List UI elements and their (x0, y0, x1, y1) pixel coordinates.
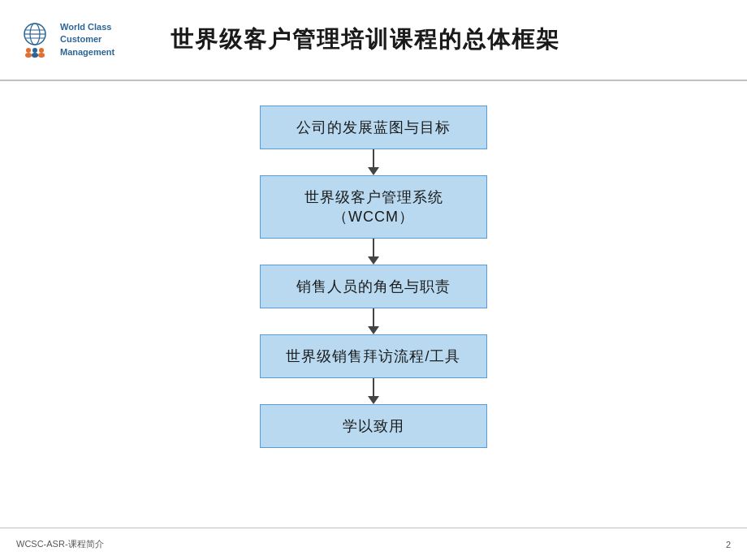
flow-box-5: 学以致用 (260, 404, 487, 448)
flow-box-2: 世界级客户管理系统（WCCM） (260, 175, 487, 239)
wccm-logo-icon (16, 21, 54, 58)
main-content: 公司的发展蓝图与目标 世界级客户管理系统（WCCM） 销售人员的角色与职责 世界… (0, 81, 747, 528)
footer-left-text: WCSC-ASR-课程简介 (16, 538, 104, 550)
header-title: 世界级客户管理培训课程的总体框架 (171, 24, 560, 55)
flow-arrow-4 (368, 378, 379, 404)
arrow-head (368, 396, 379, 404)
footer-page-number: 2 (726, 540, 731, 549)
svg-point-7 (32, 48, 37, 53)
arrow-head (368, 256, 379, 265)
svg-point-6 (25, 53, 32, 58)
footer: WCSC-ASR-课程简介 2 (0, 528, 747, 560)
logo-area: World Class Customer Management (16, 21, 162, 58)
flow-arrow-2 (368, 239, 379, 265)
svg-point-9 (39, 48, 44, 53)
flow-box-4: 世界级销售拜访流程/工具 (260, 334, 487, 378)
flowchart: 公司的发展蓝图与目标 世界级客户管理系统（WCCM） 销售人员的角色与职责 世界… (260, 106, 487, 448)
svg-point-8 (32, 53, 38, 58)
svg-point-10 (38, 53, 45, 58)
arrow-head (368, 167, 379, 175)
arrow-line (373, 308, 374, 326)
arrow-line (373, 378, 374, 396)
flow-box-1: 公司的发展蓝图与目标 (260, 106, 487, 149)
header: World Class Customer Management 世界级客户管理培… (0, 0, 747, 81)
flow-arrow-3 (368, 308, 379, 334)
logo-text: World Class Customer Management (60, 21, 114, 58)
svg-point-5 (26, 48, 31, 53)
flow-arrow-1 (368, 149, 379, 175)
arrow-head (368, 326, 379, 334)
arrow-line (373, 149, 374, 167)
flow-box-3: 销售人员的角色与职责 (260, 265, 487, 308)
arrow-line (373, 239, 374, 256)
